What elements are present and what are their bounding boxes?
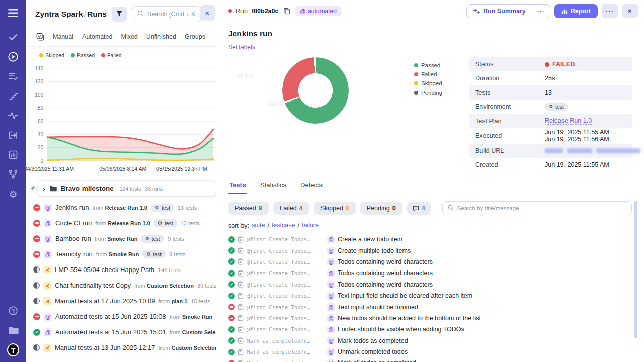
run-status-icon [33, 204, 40, 211]
tab-manual[interactable]: Manual [53, 33, 73, 40]
copy-icon[interactable] [282, 6, 291, 16]
help-icon[interactable]: ? [7, 305, 19, 317]
filter-comments[interactable]: 4 [407, 202, 431, 215]
automated-run-icon: @ [44, 250, 52, 258]
report-button[interactable]: Report [554, 4, 598, 18]
tab-tests[interactable]: Tests [228, 181, 247, 194]
runs-play-icon[interactable] [7, 51, 19, 63]
tab-automated[interactable]: Automated [82, 33, 112, 40]
tests-search-input[interactable] [457, 205, 626, 211]
close-run-button[interactable]: × [622, 4, 638, 18]
svg-text:05/06/2025 8:14 AM: 05/06/2025 8:14 AM [99, 166, 146, 172]
manual-run-icon [43, 297, 51, 305]
run-list-item[interactable]: @ LMP-554 05/04 check Happy Path ⚙ 146 t… [26, 262, 216, 278]
test-row[interactable]: @first Create Todos… @ Create a new todo… [228, 234, 632, 245]
tab-unfinished[interactable]: Unfinished [146, 33, 176, 40]
automated-icon: @ [327, 303, 335, 311]
test-row[interactable]: @first Create Todos… @ Footer should be … [228, 324, 632, 335]
test-status-icon [228, 315, 235, 321]
run-list-item[interactable]: @ Automated tests at 15 Jun 2025 15:08 f… [26, 309, 216, 324]
test-row[interactable]: @first Create Todos… @ Todos containing … [228, 267, 632, 279]
sort-testcase-link[interactable]: testcase [272, 222, 295, 229]
svg-text:0: 0 [40, 158, 43, 164]
filter-failed[interactable]: Failed4 [273, 202, 309, 215]
analytics-icon[interactable] [7, 149, 19, 161]
run-list-item[interactable]: @ Bamboo run from Smoke Run ⚙test 9 test… [26, 231, 216, 246]
run-list-item[interactable]: @ Teamcity run from Smoke Run ⚙test 9 te… [26, 246, 216, 262]
run-from: from Custom Selection [134, 283, 194, 289]
donut-ring[interactable] [282, 57, 349, 124]
import-icon[interactable] [7, 129, 19, 141]
test-row[interactable]: Mark as completed/n… @ Mark all todos as… [228, 357, 632, 362]
test-row[interactable]: @first Create Todos… @ Text input field … [228, 290, 632, 301]
page-title: Runs [87, 10, 107, 18]
automated-icon: @ [327, 236, 335, 243]
env-badge: ⚙test [154, 219, 177, 227]
run-list-item[interactable]: @ Chat functinality test Copy from Custo… [26, 278, 216, 293]
test-status-icon [228, 236, 235, 243]
test-row[interactable]: @first Create Todos… @ Todos containing … [228, 279, 632, 290]
trend-legend: Skipped Passed Failed [26, 47, 216, 59]
tab-defects[interactable]: Defects [299, 181, 324, 194]
app-logo[interactable]: T [7, 344, 19, 356]
run-list-item[interactable]: @ Automated tests at 15 Jun 2025 15:01 f… [26, 324, 216, 340]
run-list-item[interactable]: @ Jenkins run from Release Run 1.0 ⚙test… [26, 200, 216, 215]
test-plans-icon[interactable] [7, 70, 19, 82]
run-list-item[interactable]: @ Circle CI run from Release Run 1.0 ⚙te… [26, 215, 216, 231]
tests-check-icon[interactable] [7, 31, 19, 43]
run-from: from Smoke Run [170, 314, 213, 320]
test-status-icon [228, 304, 235, 310]
tab-statistics[interactable]: Statistics [259, 181, 287, 194]
chevron-right-icon[interactable]: › [43, 185, 45, 192]
panel-close-button[interactable]: × [200, 5, 215, 20]
test-suite: @first Create Todos… [247, 259, 323, 265]
automated-icon: @ [327, 247, 335, 254]
more-options-button[interactable]: ··· [602, 4, 618, 18]
test-suite: @first Create Todos… [247, 326, 323, 332]
test-row[interactable]: @first Create Todos… @ Create multiple t… [228, 245, 632, 256]
tab-groups[interactable]: Groups [185, 33, 205, 40]
settings-gear-icon[interactable]: ⚙ [7, 188, 19, 200]
svg-text:?: ? [12, 308, 15, 314]
select-all-icon[interactable] [36, 33, 44, 41]
projects-folder-icon[interactable] [7, 324, 19, 336]
test-plan-link[interactable]: Release Run 1.0 [545, 117, 592, 125]
set-labels-link[interactable]: Set labels [228, 44, 255, 51]
test-status-icon [228, 258, 235, 265]
steps-icon[interactable] [7, 90, 19, 102]
search-input[interactable] [147, 11, 195, 18]
test-row[interactable]: @first Create Todos… @ Text input should… [228, 301, 632, 312]
test-title: Text input should be trimmed [338, 304, 418, 311]
branches-icon[interactable] [7, 168, 19, 180]
run-id: f80b2a0c [252, 8, 279, 15]
filter-button[interactable] [112, 7, 127, 22]
sort-suite-link[interactable]: suite [252, 222, 265, 229]
run-list-item[interactable]: @ Manual tests at 17 Jun 2025 10:09 from… [26, 293, 216, 309]
legend-skipped: Skipped [39, 52, 64, 58]
menu-icon[interactable] [7, 7, 19, 19]
run-summary-more-button[interactable]: ··· [532, 5, 550, 18]
filter-passed[interactable]: Passed9 [228, 202, 269, 215]
folder-row[interactable]: › Bravo milestone 124 tests33 runs [38, 181, 216, 196]
test-status-icon [228, 326, 235, 333]
run-summary-button[interactable]: Run Summary [467, 5, 532, 18]
field-tests: Tests 13 [469, 85, 632, 100]
filter-skipped[interactable]: Skipped0 [314, 202, 356, 215]
run-detail-panel: Run f80b2a0c @automated Run Summary ··· … [216, 0, 644, 362]
run-status-icon [33, 329, 40, 336]
test-row[interactable]: Mark as completed/n… @ Unmark completed … [228, 346, 632, 357]
run-list-item[interactable]: @ Manual tests at 13 Jun 2025 12:17 from… [26, 340, 216, 355]
test-row[interactable]: Mark as completed/n… @ Mark todos as com… [228, 335, 632, 346]
test-row[interactable]: @first Create Todos… @ Todos containing … [228, 256, 632, 267]
field-build-url: Build URL [469, 144, 632, 158]
test-filters: Passed9 Failed4 Skipped0 Pending0 4 [228, 201, 632, 215]
tests-list: @first Create Todos… @ Create a new todo… [228, 234, 632, 362]
tab-mixed[interactable]: Mixed [121, 33, 137, 40]
project-name[interactable]: Zyntra Spark [35, 10, 83, 18]
filter-pending[interactable]: Pending0 [360, 202, 403, 215]
scrollbar-thumb[interactable] [634, 201, 637, 338]
activity-pulse-icon[interactable] [7, 110, 19, 122]
runs-trend-chart[interactable]: 02040608010012014004/30/2025 11:31 AM05/… [26, 59, 216, 176]
test-row[interactable]: @first Create Todos… @ New todos should … [228, 313, 632, 324]
sort-failure-link[interactable]: failure [302, 222, 319, 229]
